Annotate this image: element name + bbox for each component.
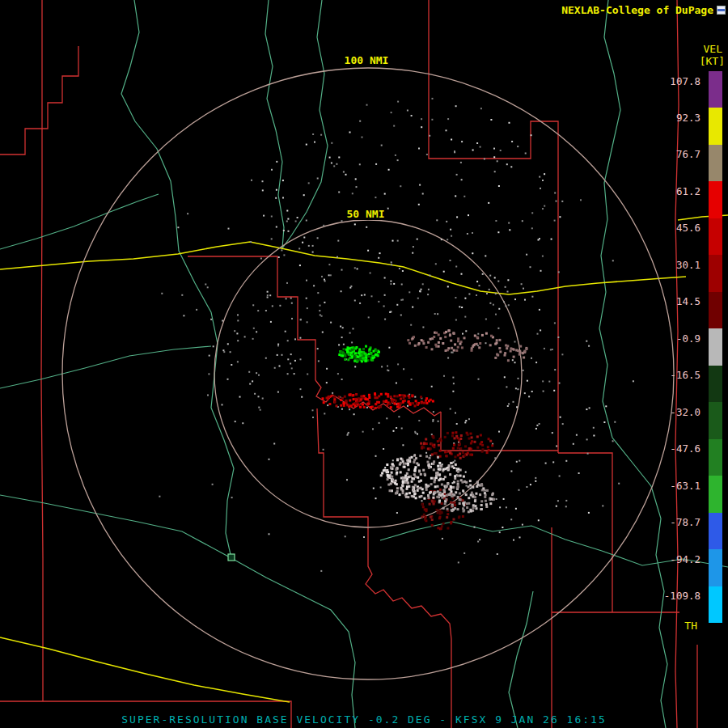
brand: NEXLAB-College of DuPage — [561, 4, 726, 16]
colorbar-segment — [709, 366, 722, 402]
radar-map — [0, 0, 728, 728]
colorbar-segment — [709, 402, 722, 438]
colorbar-segment — [709, 328, 722, 365]
colorbar-tick: -16.5 — [670, 370, 700, 380]
range-ring-label-100nmi: 100 NMI — [342, 54, 392, 66]
range-ring-label-50nmi: 50 NMI — [345, 208, 387, 220]
colorbar-segment — [709, 586, 722, 623]
colorbar-tick: -47.6 — [670, 443, 700, 454]
colorbar-tick: 107.8 — [670, 76, 700, 87]
range-ring-100nmi — [62, 68, 674, 679]
radar-display: NEXLAB-College of DuPage 100 NMI 50 NMI … — [0, 0, 728, 728]
colorbar-tick: -78.7 — [670, 517, 700, 527]
legend-footer-th: TH — [684, 620, 697, 632]
legend-title-vel: VEL — [704, 43, 722, 55]
colorbar-segment — [709, 218, 722, 255]
colorbar-tick: -63.1 — [670, 480, 700, 491]
colorbar-segment — [709, 145, 722, 181]
colorbar-segment — [709, 108, 722, 144]
colorbar-tick: -0.9 — [676, 333, 700, 344]
colorbar-segment — [709, 292, 722, 328]
colorbar-segment — [709, 549, 722, 586]
range-rings — [62, 68, 674, 679]
colorbar-tick: 92.3 — [676, 112, 700, 123]
colorbar-tick: 76.7 — [676, 149, 700, 159]
colorbar-tick: 61.2 — [676, 186, 700, 197]
radar-echoes — [159, 98, 634, 572]
town-marker — [228, 554, 235, 561]
velocity-colorbar — [709, 71, 722, 623]
brand-text: NEXLAB-College of DuPage — [561, 4, 713, 16]
nexlab-logo-icon — [717, 6, 726, 15]
colorbar-segment — [709, 255, 722, 291]
colorbar-segment — [709, 439, 722, 476]
colorbar-tick: 14.5 — [676, 296, 700, 307]
colorbar-tick: 30.1 — [676, 260, 700, 270]
range-ring-50nmi — [214, 220, 522, 527]
river-lines — [0, 0, 728, 728]
colorbar-segment — [709, 71, 722, 108]
colorbar-segment — [709, 476, 722, 512]
highway-lines — [0, 215, 728, 702]
colorbar-segment — [709, 181, 722, 218]
colorbar-tick: 45.6 — [676, 222, 700, 233]
colorbar-segment — [709, 513, 722, 549]
product-status-bar: SUPER-RESOLUTION BASE VELOCITY -0.2 DEG … — [0, 713, 728, 726]
legend-title-units: [KT] — [700, 55, 725, 67]
county-borders — [0, 0, 697, 728]
colorbar-tick: -32.0 — [670, 407, 700, 417]
colorbar-tick: -94.2 — [670, 554, 700, 565]
colorbar-tick: -109.8 — [664, 590, 700, 601]
